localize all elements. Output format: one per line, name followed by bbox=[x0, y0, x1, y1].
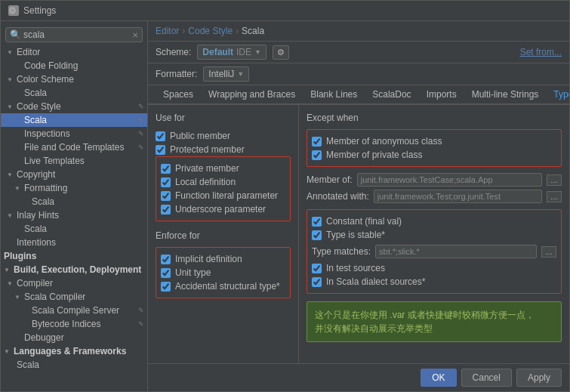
scheme-gear-button[interactable]: ⚙ bbox=[273, 45, 289, 60]
sidebar-item-compiler[interactable]: ▼ Compiler bbox=[1, 276, 147, 290]
sidebar-item-color-scheme[interactable]: ▼ Color Scheme bbox=[1, 73, 147, 86]
sidebar-item-inlay-hints[interactable]: ▼ Inlay Hints bbox=[1, 208, 147, 222]
member-of-button[interactable]: … bbox=[547, 174, 562, 186]
set-from-link[interactable]: Set from... bbox=[520, 47, 562, 57]
sidebar-item-label: Scala bbox=[32, 196, 54, 207]
tab-multi-line[interactable]: Multi-line Strings bbox=[464, 85, 547, 105]
search-input[interactable] bbox=[23, 29, 132, 40]
type-matches-value[interactable]: sbt.*;slick.* bbox=[375, 245, 537, 258]
sidebar-item-file-code-templates[interactable]: File and Code Templates ✎ bbox=[1, 140, 147, 154]
sidebar-item-label: Scala bbox=[24, 224, 47, 234]
annotated-with-button[interactable]: … bbox=[547, 191, 562, 202]
use-for-local-def: Local definition bbox=[161, 175, 285, 189]
tab-blank-lines[interactable]: Blank Lines bbox=[303, 85, 365, 105]
tree-expand-icon: ▼ bbox=[7, 171, 14, 178]
sidebar: 🔍 ✕ ▼ Editor Code Folding ▼ Color Scheme… bbox=[1, 21, 148, 391]
annotation-note-text: 这个只是在你使用 .var 或者快捷键时较稍微方便一点，并没有解决自动展示充举类… bbox=[315, 310, 535, 334]
except-private-class: Member of private class bbox=[312, 148, 556, 162]
sidebar-item-label: Debugger bbox=[24, 332, 64, 343]
ok-button[interactable]: OK bbox=[421, 369, 456, 387]
sidebar-item-code-style[interactable]: ▼ Code Style ✎ bbox=[1, 100, 147, 113]
tab-type-annotations[interactable]: Type Annotations bbox=[546, 85, 569, 105]
formatter-row: Formatter: IntelliJ ▼ bbox=[148, 63, 569, 85]
type-stable-checkbox[interactable] bbox=[312, 230, 322, 240]
local-def-checkbox[interactable] bbox=[161, 177, 171, 187]
sidebar-item-scala[interactable]: Scala ✎ bbox=[1, 113, 147, 127]
cancel-button[interactable]: Cancel bbox=[461, 369, 512, 387]
anon-class-checkbox[interactable] bbox=[312, 137, 322, 147]
sidebar-item-fmt-scala[interactable]: Scala bbox=[1, 195, 147, 208]
sidebar-item-inspections[interactable]: Inspections ✎ bbox=[1, 127, 147, 140]
tab-scaladoc[interactable]: ScalaDoc bbox=[365, 85, 418, 105]
scala-dialect-checkbox[interactable] bbox=[312, 277, 322, 287]
type-section-border: Constant (final val) Type is stable* Typ… bbox=[307, 209, 562, 294]
breadcrumb-code-style[interactable]: Code Style bbox=[188, 26, 233, 36]
sidebar-item-live-templates[interactable]: Live Templates bbox=[1, 154, 147, 168]
sidebar-item-editor[interactable]: ▼ Editor bbox=[1, 45, 147, 59]
scheme-select[interactable]: Default IDE ▼ bbox=[197, 45, 267, 60]
sep1: › bbox=[182, 26, 185, 36]
function-literal-checkbox[interactable] bbox=[161, 191, 171, 201]
underscore-checkbox[interactable] bbox=[161, 205, 171, 215]
in-test-checkbox[interactable] bbox=[312, 264, 322, 273]
tab-imports[interactable]: Imports bbox=[419, 85, 464, 105]
sidebar-item-bytecode-indices[interactable]: Bytecode Indices ✎ bbox=[1, 317, 147, 331]
accidental-checkbox[interactable] bbox=[161, 282, 171, 292]
enforce-unit: Unit type bbox=[161, 266, 285, 279]
right-column: Except when Member of anonymous class Me… bbox=[299, 105, 569, 363]
sidebar-item-color-scala[interactable]: Scala bbox=[1, 86, 147, 100]
type-matches-button[interactable]: … bbox=[541, 246, 556, 258]
annotated-with-value[interactable]: junit.framework.Test;org.junit.Test bbox=[374, 190, 542, 203]
sidebar-item-label: Live Templates bbox=[24, 156, 85, 166]
sidebar-item-formatting[interactable]: ▼ Formatting bbox=[1, 181, 147, 195]
sidebar-item-debugger[interactable]: Debugger bbox=[1, 331, 147, 344]
member-of-value[interactable]: junit.framework.TestCase;scala.App bbox=[357, 173, 542, 187]
tree-expand-icon: ▼ bbox=[7, 212, 14, 219]
private-section-border: Private member Local definition Function… bbox=[156, 156, 291, 221]
enforce-accidental: Accidental structural type* bbox=[161, 279, 285, 293]
type-stable-label: Type is stable* bbox=[326, 230, 385, 240]
local-def-label: Local definition bbox=[175, 177, 236, 187]
formatter-select[interactable]: IntelliJ ▼ bbox=[203, 66, 249, 82]
private-class-checkbox[interactable] bbox=[312, 150, 322, 160]
tab-spaces[interactable]: Spaces bbox=[156, 85, 201, 105]
sidebar-item-lang-frameworks[interactable]: ▼ Languages & Frameworks bbox=[1, 344, 147, 358]
tab-wrapping[interactable]: Wrapping and Braces bbox=[201, 85, 303, 105]
implicit-checkbox[interactable] bbox=[161, 255, 171, 264]
constant-checkbox[interactable] bbox=[312, 217, 322, 227]
sidebar-item-build[interactable]: ▼ Build, Execution, Deployment bbox=[1, 263, 147, 276]
sidebar-item-inlay-scala[interactable]: Scala bbox=[1, 222, 147, 236]
use-for-underscore: Underscore parameter bbox=[161, 202, 285, 216]
search-clear-icon[interactable]: ✕ bbox=[132, 31, 138, 39]
use-for-protected: Protected member bbox=[156, 143, 291, 156]
sidebar-item-plugins[interactable]: Plugins bbox=[1, 249, 147, 263]
member-of-row: Member of: junit.framework.TestCase;scal… bbox=[307, 173, 562, 187]
private-checkbox[interactable] bbox=[161, 164, 171, 174]
sidebar-item-label: Plugins bbox=[4, 251, 36, 261]
public-checkbox[interactable] bbox=[156, 131, 165, 141]
anon-class-label: Member of anonymous class bbox=[326, 136, 442, 147]
sidebar-item-scala-compiler[interactable]: ▼ Scala Compiler bbox=[1, 290, 147, 304]
protected-label: Protected member bbox=[170, 144, 245, 155]
constant-label: Constant (final val) bbox=[326, 216, 402, 227]
apply-button[interactable]: Apply bbox=[516, 369, 562, 387]
use-for-public: Public member bbox=[156, 129, 291, 143]
sidebar-item-intentions[interactable]: Intentions bbox=[1, 236, 147, 249]
scala-dialect-label: In Scala dialect sources* bbox=[326, 276, 425, 287]
unit-label: Unit type bbox=[175, 267, 211, 278]
sidebar-item-code-folding[interactable]: Code Folding bbox=[1, 59, 147, 73]
protected-checkbox[interactable] bbox=[156, 145, 165, 155]
sidebar-item-label: Scala Compile Server bbox=[32, 305, 119, 316]
unit-checkbox[interactable] bbox=[161, 268, 171, 278]
function-literal-label: Function literal parameter bbox=[175, 190, 278, 201]
sidebar-item-lang-scala[interactable]: Scala bbox=[1, 358, 147, 372]
sidebar-item-label: Editor bbox=[17, 47, 40, 57]
enforce-for-section: Enforce for Implicit definition Unit typ… bbox=[156, 230, 291, 298]
sidebar-item-label: Formatting bbox=[24, 183, 67, 193]
breadcrumb-scala: Scala bbox=[242, 26, 264, 36]
breadcrumb-editor[interactable]: Editor bbox=[156, 26, 179, 36]
sidebar-item-copyright[interactable]: ▼ Copyright bbox=[1, 168, 147, 181]
sidebar-item-label: Intentions bbox=[17, 237, 56, 248]
sidebar-item-scala-compile-server[interactable]: Scala Compile Server ✎ bbox=[1, 304, 147, 317]
search-box[interactable]: 🔍 ✕ bbox=[5, 27, 143, 42]
